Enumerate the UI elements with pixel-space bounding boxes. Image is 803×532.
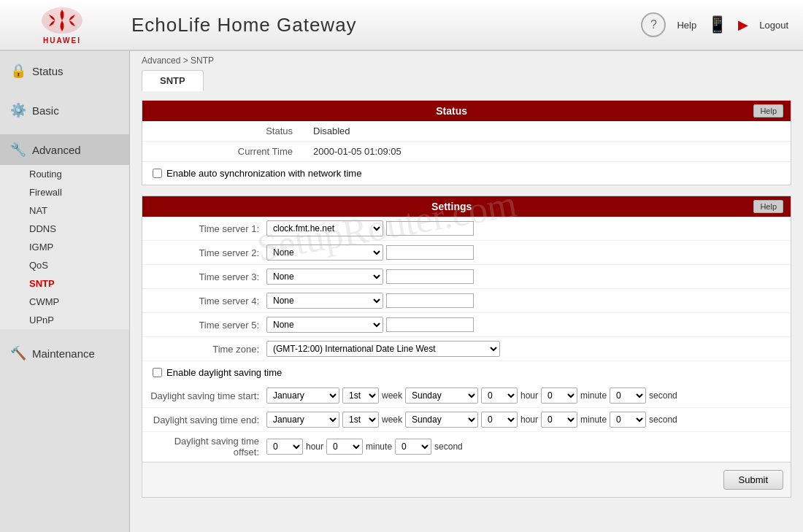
time-server-4-label: Time server 4:	[150, 296, 266, 307]
settings-section-header: Settings Help	[142, 196, 791, 217]
maintenance-icon: 🔨	[10, 345, 26, 361]
auto-sync-label: Enable auto synchronization with network…	[166, 168, 361, 179]
main-layout: 🔒 Status ⚙️ Basic 🔧 Advanced Routing Fir…	[0, 51, 803, 532]
time-server-2-label: Time server 2:	[150, 247, 266, 258]
dst-start-minute-val-select[interactable]: 0153045	[541, 388, 577, 404]
dst-enable-checkbox[interactable]	[153, 368, 162, 377]
sidebar-section-maintenance: 🔨 Maintenance	[0, 334, 129, 373]
dst-end-second-val-select[interactable]: 0	[610, 412, 646, 428]
dst-offset-hour-label: hour	[306, 442, 323, 452]
header-actions: ? Help 📱 ▶ Logout	[641, 12, 788, 37]
time-server-2-select[interactable]: Noneclock.fmt.he.net	[266, 244, 383, 261]
dst-end-hour-val-select[interactable]: 0123	[481, 412, 518, 428]
dst-end-label: Daylight saving time end:	[150, 415, 266, 425]
sidebar-item-basic[interactable]: ⚙️ Basic	[0, 95, 129, 126]
dst-offset-minute-val-select[interactable]: 0153045	[326, 439, 363, 455]
logout-button[interactable]: Logout	[759, 20, 788, 31]
sidebar-label-basic: Basic	[32, 104, 59, 117]
submit-button[interactable]: Submit	[723, 470, 783, 490]
dst-offset-controls: 01 hour 0153045 minute 0 second	[266, 439, 463, 455]
content-area: Advanced > SNTP SNTP Status Help Status …	[130, 51, 803, 532]
breadcrumb: Advanced > SNTP	[130, 51, 803, 70]
status-section-header: Status Help	[142, 101, 791, 121]
status-help-button[interactable]: Help	[753, 104, 783, 117]
sidebar-item-qos[interactable]: QoS	[0, 256, 129, 274]
huawei-logo	[40, 6, 84, 35]
time-server-2-controls: Noneclock.fmt.he.net	[266, 244, 474, 261]
dst-end-second-label: second	[649, 415, 677, 425]
time-server-5-controls: Noneclock.fmt.he.net	[266, 317, 474, 333]
time-server-4-select[interactable]: Noneclock.fmt.he.net	[266, 293, 383, 309]
time-zone-controls: (GMT-12:00) International Date Line West…	[266, 341, 500, 357]
status-label: Status	[142, 121, 303, 141]
dst-end-week-num-select[interactable]: 1st2nd3rd4thLast	[342, 412, 379, 428]
time-server-5-input[interactable]	[386, 317, 474, 332]
dst-start-week-num-select[interactable]: 1st2nd3rd4thLast	[342, 388, 379, 404]
time-server-2-row: Time server 2: Noneclock.fmt.he.net	[142, 241, 791, 265]
status-value: Disabled	[303, 121, 791, 141]
time-server-4-input[interactable]	[386, 293, 474, 308]
time-server-3-row: Time server 3: Noneclock.fmt.he.net	[142, 265, 791, 289]
dst-start-hour-val-select[interactable]: 0123	[481, 388, 518, 404]
auto-sync-row: Enable auto synchronization with network…	[142, 162, 791, 185]
settings-help-button[interactable]: Help	[753, 200, 783, 213]
time-server-5-row: Time server 5: Noneclock.fmt.he.net	[142, 313, 791, 337]
sidebar-item-cwmp[interactable]: CWMP	[0, 293, 129, 311]
tab-sntp[interactable]: SNTP	[142, 70, 204, 91]
dst-end-month-select[interactable]: JanuaryFebruaryMarchApril MayJuneJulyAug…	[266, 412, 339, 428]
dst-end-controls: JanuaryFebruaryMarchApril MayJuneJulyAug…	[266, 412, 677, 428]
dst-end-week-label: week	[382, 415, 402, 425]
dst-offset-hour-val-select[interactable]: 01	[266, 439, 303, 455]
time-server-5-select[interactable]: Noneclock.fmt.he.net	[266, 317, 383, 333]
dst-start-row: Daylight saving time start: JanuaryFebru…	[142, 384, 791, 408]
sidebar-item-firewall[interactable]: Firewall	[0, 183, 129, 201]
status-section-title: Status	[150, 105, 753, 117]
dst-offset-second-val-select[interactable]: 0	[395, 439, 431, 455]
dst-start-second-val-select[interactable]: 0	[610, 388, 646, 404]
current-time-value: 2000-01-05 01:09:05	[303, 142, 791, 161]
sidebar-label-status: Status	[32, 65, 64, 77]
sidebar-item-igmp[interactable]: IGMP	[0, 238, 129, 256]
dst-start-month-select[interactable]: JanuaryFebruaryMarchApril MayJuneJulyAug…	[266, 388, 339, 404]
help-button[interactable]: Help	[677, 20, 696, 31]
dst-offset-minute-label: minute	[366, 442, 392, 452]
header: HUAWEI EchoLife Home Gateway ? Help 📱 ▶ …	[0, 0, 803, 51]
sidebar-advanced-subitems: Routing Firewall NAT DDNS IGMP QoS SNTP …	[0, 165, 129, 329]
dst-end-minute-val-select[interactable]: 0153045	[541, 412, 577, 428]
sidebar-item-routing[interactable]: Routing	[0, 165, 129, 183]
sidebar-item-nat[interactable]: NAT	[0, 201, 129, 220]
sidebar-item-status[interactable]: 🔒 Status	[0, 55, 129, 86]
time-server-1-select[interactable]: clock.fmt.he.netNone	[266, 220, 383, 236]
auto-sync-checkbox[interactable]	[153, 169, 162, 178]
sidebar-item-maintenance[interactable]: 🔨 Maintenance	[0, 338, 129, 369]
time-zone-label: Time zone:	[150, 344, 266, 355]
sidebar-section-basic: ⚙️ Basic	[0, 90, 129, 130]
sidebar-item-ddns[interactable]: DDNS	[0, 220, 129, 238]
time-server-1-label: Time server 1:	[150, 223, 266, 234]
current-time-label: Current Time	[142, 142, 303, 161]
dst-start-label: Daylight saving time start:	[150, 390, 266, 401]
dst-end-day-select[interactable]: SundayMondayTuesdayWednesday ThursdayFri…	[405, 412, 478, 428]
time-zone-select[interactable]: (GMT-12:00) International Date Line West…	[266, 341, 500, 357]
question-icon: ?	[650, 18, 657, 31]
time-server-3-select[interactable]: Noneclock.fmt.he.net	[266, 269, 383, 285]
time-server-3-controls: Noneclock.fmt.he.net	[266, 269, 474, 285]
status-row: Status Disabled	[142, 121, 791, 142]
help-icon-circle[interactable]: ?	[641, 12, 666, 37]
time-zone-row: Time zone: (GMT-12:00) International Dat…	[142, 337, 791, 361]
time-server-4-row: Time server 4: Noneclock.fmt.he.net	[142, 289, 791, 313]
time-server-5-label: Time server 5:	[150, 320, 266, 331]
dst-start-day-select[interactable]: SundayMondayTuesdayWednesday ThursdayFri…	[405, 388, 478, 404]
sidebar-item-sntp[interactable]: SNTP	[0, 274, 129, 293]
sidebar-item-advanced[interactable]: 🔧 Advanced	[0, 134, 129, 165]
time-server-1-controls: clock.fmt.he.netNone	[266, 220, 474, 236]
time-server-3-input[interactable]	[386, 269, 474, 284]
time-server-2-input[interactable]	[386, 245, 474, 260]
current-time-row: Current Time 2000-01-05 01:09:05	[142, 142, 791, 162]
dst-offset-second-label: second	[434, 442, 463, 452]
time-server-1-input[interactable]	[386, 221, 474, 236]
sidebar-item-upnp[interactable]: UPnP	[0, 311, 129, 329]
sidebar: 🔒 Status ⚙️ Basic 🔧 Advanced Routing Fir…	[0, 51, 130, 532]
logo-text: HUAWEI	[43, 36, 81, 45]
page-content: Status Help Status Disabled Current Time…	[130, 91, 803, 517]
